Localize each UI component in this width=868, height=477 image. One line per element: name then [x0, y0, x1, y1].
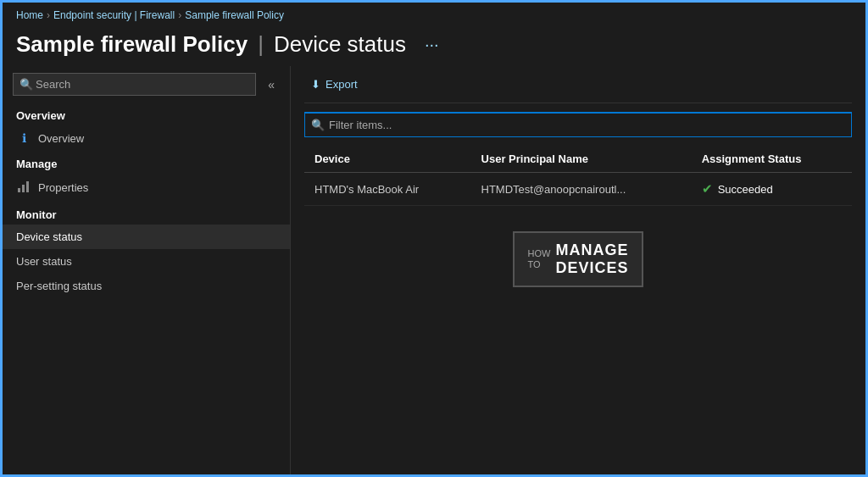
- logo-howto: HOW TO: [528, 248, 551, 270]
- breadcrumb-endpoint[interactable]: Endpoint security | Firewall: [53, 9, 175, 21]
- col-upn: User Principal Name: [471, 146, 692, 173]
- page-title-row: Sample firewall Policy | Device status ·…: [3, 28, 865, 66]
- table-header-row: Device User Principal Name Assignment St…: [304, 146, 852, 173]
- toolbar: ⬇ Export: [304, 75, 852, 103]
- sidebar-section-manage: Manage: [3, 151, 290, 174]
- sidebar-search-wrap: 🔍: [13, 73, 256, 96]
- filter-icon: 🔍: [311, 119, 325, 131]
- filter-row: 🔍: [304, 112, 852, 137]
- export-label: Export: [326, 78, 358, 91]
- filter-input[interactable]: [304, 112, 852, 137]
- main-area: 🔍 « Overview ℹ Overview Manage: [3, 66, 865, 474]
- title-separator: |: [258, 31, 264, 58]
- sidebar-item-properties[interactable]: Properties: [3, 174, 290, 202]
- logo-box: HOW TO MANAGE DEVICES: [513, 231, 644, 287]
- cell-assignment-status: ✔ Succeeded: [692, 173, 852, 206]
- sidebar-item-overview[interactable]: ℹ Overview: [3, 125, 290, 151]
- page-title: Sample firewall Policy: [16, 31, 248, 58]
- user-status-label: User status: [16, 255, 72, 268]
- sidebar-item-per-setting-status[interactable]: Per-setting status: [3, 274, 290, 298]
- check-icon: ✔: [702, 181, 713, 197]
- table-header: Device User Principal Name Assignment St…: [304, 146, 852, 173]
- breadcrumb-sep-2: ›: [178, 9, 181, 21]
- logo-text: MANAGE DEVICES: [555, 241, 628, 277]
- sidebar-search-row: 🔍 «: [3, 69, 290, 103]
- cell-upn: HTMDTest@anoopcnairoutl...: [471, 173, 692, 206]
- logo-watermark: HOW TO MANAGE DEVICES: [304, 231, 852, 287]
- sidebar-section-monitor: Monitor: [3, 202, 290, 225]
- info-icon: ℹ: [16, 131, 31, 145]
- logo-manage: MANAGE: [555, 241, 628, 259]
- table-row[interactable]: HTMD's MacBook Air HTMDTest@anoopcnairou…: [304, 173, 852, 206]
- cell-device: HTMD's MacBook Air: [304, 173, 471, 206]
- page-subtitle: Device status: [274, 31, 406, 58]
- collapse-sidebar-button[interactable]: «: [263, 76, 280, 93]
- data-table: Device User Principal Name Assignment St…: [304, 146, 852, 206]
- export-icon: ⬇: [311, 78, 320, 91]
- svg-rect-0: [18, 188, 20, 192]
- more-options-button[interactable]: ···: [420, 33, 444, 56]
- logo-devices: DEVICES: [555, 259, 628, 277]
- export-button[interactable]: ⬇ Export: [304, 75, 364, 94]
- search-input[interactable]: [13, 73, 256, 96]
- per-setting-status-label: Per-setting status: [16, 280, 102, 292]
- status-badge: ✔ Succeeded: [702, 181, 842, 197]
- search-icon: 🔍: [19, 78, 33, 91]
- breadcrumb-sep-1: ›: [47, 9, 50, 21]
- sidebar-item-overview-label: Overview: [38, 132, 84, 145]
- sidebar-item-device-status[interactable]: Device status: [3, 225, 290, 249]
- col-device: Device: [304, 146, 471, 173]
- breadcrumb-home[interactable]: Home: [16, 9, 43, 21]
- properties-icon: [16, 180, 31, 196]
- sidebar-section-overview: Overview: [3, 103, 290, 125]
- breadcrumb: Home › Endpoint security | Firewall › Sa…: [3, 3, 865, 28]
- svg-rect-1: [22, 185, 25, 192]
- sidebar-item-user-status[interactable]: User status: [3, 249, 290, 274]
- table-body: HTMD's MacBook Air HTMDTest@anoopcnairou…: [304, 173, 852, 206]
- sidebar: 🔍 « Overview ℹ Overview Manage: [3, 66, 291, 474]
- sidebar-item-properties-label: Properties: [38, 181, 88, 194]
- status-label: Succeeded: [718, 183, 773, 196]
- col-assignment-status: Assignment Status: [692, 146, 852, 173]
- svg-rect-2: [26, 181, 29, 192]
- device-status-label: Device status: [16, 230, 82, 243]
- content-area: ⬇ Export 🔍 Device User Principal Name As…: [291, 66, 865, 474]
- breadcrumb-policy: Sample firewall Policy: [185, 9, 284, 21]
